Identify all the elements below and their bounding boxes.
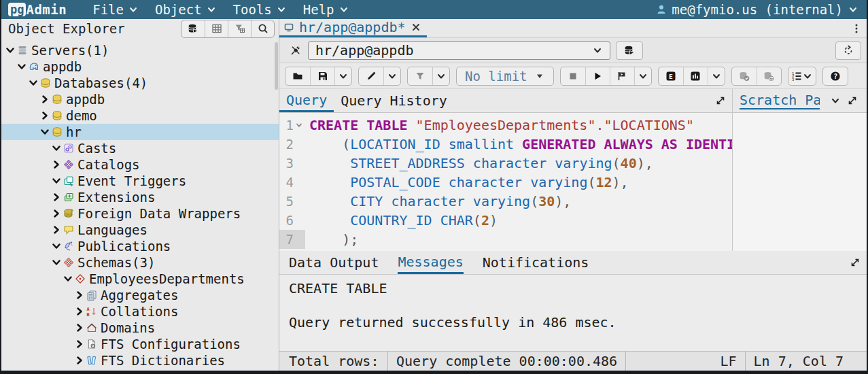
- execute-menu-button[interactable]: [634, 67, 651, 85]
- tree-item-collations[interactable]: ABCollations: [1, 303, 279, 320]
- chevron-down-icon[interactable]: [50, 241, 62, 252]
- scratch-maximize-button[interactable]: [841, 95, 864, 106]
- tab-query-history[interactable]: Query History: [334, 89, 454, 112]
- chevron-right-icon[interactable]: [73, 322, 85, 333]
- commit-button[interactable]: [732, 67, 757, 85]
- querytool-tab[interactable]: hr/app@appdb*: [279, 19, 427, 37]
- tree-item-hr[interactable]: hr: [1, 124, 279, 140]
- row-limit-select[interactable]: No limit: [457, 67, 553, 85]
- sql-editor[interactable]: 1234567 CREATE TABLE "EmployeesDepartmen…: [279, 113, 732, 251]
- gutter-line-1[interactable]: 1: [279, 116, 305, 135]
- chevron-down-icon[interactable]: [50, 257, 62, 268]
- chevron-right-icon[interactable]: [50, 208, 62, 219]
- stop-button[interactable]: [561, 67, 585, 85]
- menu-help[interactable]: Help: [295, 0, 358, 19]
- tree-item-schemas-3-[interactable]: Schemas(3): [1, 254, 279, 271]
- tree-item-databases-4-[interactable]: Databases(4): [1, 75, 279, 91]
- close-icon[interactable]: [411, 22, 421, 33]
- reset-layout-button[interactable]: [835, 41, 861, 60]
- chevron-down-icon[interactable]: [50, 175, 62, 186]
- tab-data-output[interactable]: Data Output: [289, 251, 379, 274]
- chevron-right-icon[interactable]: [50, 224, 62, 235]
- tab-notifications[interactable]: Notifications: [483, 251, 589, 274]
- gutter-line-5[interactable]: 5: [279, 192, 305, 211]
- tree-item-aggregates[interactable]: Aggregates: [1, 287, 279, 303]
- dependencies-button[interactable]: [205, 20, 228, 37]
- gutter-line-2[interactable]: 2: [279, 135, 305, 154]
- fold-chevron-icon[interactable]: [294, 121, 304, 129]
- chevron-down-icon[interactable]: [50, 143, 62, 154]
- tree-item-casts[interactable]: Casts: [1, 140, 279, 156]
- chevron-down-icon[interactable]: [16, 61, 27, 72]
- code-line-2[interactable]: (LOCATION_ID smallint GENERATED ALWAYS A…: [309, 135, 732, 154]
- explain-menu-button[interactable]: [708, 67, 725, 85]
- chevron-right-icon[interactable]: [50, 192, 62, 203]
- code-line-6[interactable]: COUNTRY_ID CHAR(2): [309, 211, 732, 230]
- save-menu-button[interactable]: [334, 67, 351, 85]
- chevron-down-icon[interactable]: [62, 273, 73, 284]
- explain-button[interactable]: E: [659, 67, 683, 85]
- tab-query[interactable]: Query: [279, 89, 334, 112]
- quick-search-button[interactable]: [181, 20, 205, 37]
- save-file-button[interactable]: [310, 67, 334, 85]
- tree-item-extensions[interactable]: Extensions: [1, 189, 279, 205]
- tree-item-fts-configurations[interactable]: FTS Configurations: [1, 336, 279, 352]
- filter-menu-button[interactable]: [432, 67, 449, 85]
- chevron-right-icon[interactable]: [73, 306, 85, 317]
- eol-indicator[interactable]: LF: [712, 352, 744, 371]
- tree-item-publications[interactable]: Publications: [1, 238, 279, 254]
- menu-tools[interactable]: Tools: [225, 0, 295, 19]
- code-line-3[interactable]: STREET_ADDRESS character varying(40),: [309, 154, 732, 173]
- chevron-down-icon[interactable]: [4, 45, 16, 56]
- chevron-right-icon[interactable]: [39, 94, 50, 105]
- tree-item-domains[interactable]: Domains: [1, 320, 279, 336]
- gutter-line-7[interactable]: 7: [279, 230, 305, 249]
- tree-item-event-triggers[interactable]: Event Triggers: [1, 173, 279, 189]
- code-line-1[interactable]: CREATE TABLE "EmployeesDepartments"."LOC…: [309, 116, 732, 135]
- explain-analyze-button[interactable]: [683, 67, 708, 85]
- code-line-7[interactable]: );: [309, 230, 732, 249]
- edit-menu-button[interactable]: [383, 67, 400, 85]
- chevron-down-icon[interactable]: [39, 126, 50, 137]
- edit-button[interactable]: [359, 67, 383, 85]
- chevron-right-icon[interactable]: [73, 339, 85, 350]
- sidebar-scrollbar[interactable]: [275, 42, 278, 90]
- menu-object[interactable]: Object: [147, 0, 225, 19]
- tree-item-foreign-data-wrappers[interactable]: Foreign Data Wrappers: [1, 205, 279, 222]
- editor-maximize-button[interactable]: [709, 89, 732, 112]
- tree-item-servers-1-[interactable]: Servers(1): [1, 42, 279, 58]
- chevron-right-icon[interactable]: [50, 159, 62, 170]
- tree-item-employeesdepartments[interactable]: EmployeesDepartments: [1, 271, 279, 287]
- code-line-5[interactable]: CITY character varying(30),: [309, 192, 732, 211]
- macros-button[interactable]: 123: [788, 67, 816, 85]
- filter-button[interactable]: [408, 67, 432, 85]
- scratch-pad-body[interactable]: [733, 113, 867, 251]
- tree-item-appdb[interactable]: appdb: [1, 58, 279, 75]
- chevron-right-icon[interactable]: [73, 290, 85, 301]
- connection-status-button[interactable]: [283, 41, 308, 60]
- tree-item-appdb[interactable]: appdb: [1, 91, 279, 107]
- tree-item-languages[interactable]: Languages: [1, 222, 279, 238]
- gutter-line-4[interactable]: 4: [279, 173, 305, 192]
- output-maximize-button[interactable]: [844, 251, 867, 274]
- menu-file[interactable]: File: [84, 0, 147, 19]
- open-file-button[interactable]: [285, 67, 310, 85]
- tab-scratch-pad[interactable]: Scratch Pad: [740, 92, 820, 109]
- user-menu[interactable]: me@fymio.us (internal): [656, 2, 858, 17]
- chevron-right-icon[interactable]: [73, 355, 85, 366]
- rollback-button[interactable]: [757, 67, 781, 85]
- execute-options-button[interactable]: [610, 67, 634, 85]
- tree-item-catalogs[interactable]: Catalogs: [1, 156, 279, 173]
- gutter-line-3[interactable]: 3: [279, 154, 305, 173]
- tree-item-demo[interactable]: demo: [1, 107, 279, 124]
- help-button[interactable]: ?: [823, 67, 848, 85]
- connection-select[interactable]: hr/app@appdb: [308, 41, 610, 60]
- editor-code[interactable]: CREATE TABLE "EmployeesDepartments"."LOC…: [305, 116, 732, 251]
- chevron-down-icon[interactable]: [830, 95, 841, 106]
- gutter-line-6[interactable]: 6: [279, 211, 305, 230]
- code-line-4[interactable]: POSTAL_CODE character varying(12),: [309, 173, 732, 192]
- new-connection-button[interactable]: [616, 41, 643, 60]
- tab-messages[interactable]: Messages: [398, 251, 463, 274]
- tabbar-menu-button[interactable]: [846, 19, 867, 37]
- execute-button[interactable]: [585, 67, 610, 85]
